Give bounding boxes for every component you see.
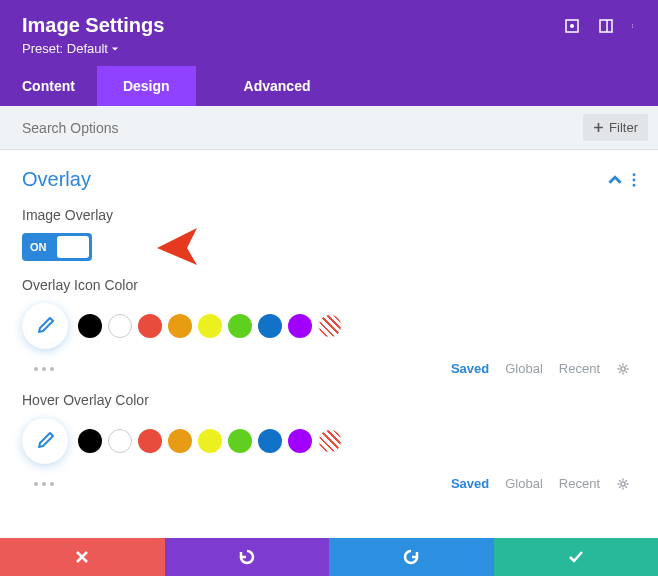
- overlay-icon-color-swatches: [22, 303, 636, 349]
- preset-dropdown[interactable]: Preset: Default: [22, 41, 164, 56]
- header-left: Image Settings Preset: Default: [22, 14, 164, 56]
- toggle-on-text: ON: [30, 241, 47, 253]
- palette-tabs: Saved Global Recent: [451, 476, 630, 491]
- chevron-up-icon[interactable]: [608, 173, 622, 187]
- palette-saved[interactable]: Saved: [451, 476, 489, 491]
- eyedropper-icon: [35, 316, 55, 336]
- overlay-icon-color-label: Overlay Icon Color: [22, 277, 636, 293]
- save-button[interactable]: [494, 538, 659, 576]
- swatch-white[interactable]: [108, 314, 132, 338]
- filter-label: Filter: [609, 120, 638, 135]
- swatch-black[interactable]: [78, 314, 102, 338]
- overlay-icon-color-meta: Saved Global Recent: [22, 361, 636, 376]
- more-swatches-icon[interactable]: [34, 367, 54, 371]
- hover-overlay-color-meta: Saved Global Recent: [22, 476, 636, 491]
- swatch-orange[interactable]: [168, 314, 192, 338]
- svg-point-9: [633, 183, 636, 186]
- tab-content[interactable]: Content: [0, 66, 97, 106]
- plus-icon: [593, 122, 604, 133]
- svg-rect-2: [600, 20, 612, 32]
- color-picker-button[interactable]: [22, 418, 68, 464]
- palette-recent[interactable]: Recent: [559, 476, 600, 491]
- eyedropper-icon: [35, 431, 55, 451]
- modal-footer: [0, 538, 658, 576]
- header-actions: [564, 18, 636, 34]
- image-overlay-toggle[interactable]: ON: [22, 233, 92, 261]
- swatch-red[interactable]: [138, 314, 162, 338]
- swatch-none[interactable]: [318, 429, 342, 453]
- swatch-yellow[interactable]: [198, 314, 222, 338]
- gear-icon[interactable]: [616, 477, 630, 491]
- kebab-icon[interactable]: [632, 173, 636, 187]
- hover-overlay-color-label: Hover Overlay Color: [22, 392, 636, 408]
- palette-global[interactable]: Global: [505, 361, 543, 376]
- swatch-none[interactable]: [318, 314, 342, 338]
- color-picker-button[interactable]: [22, 303, 68, 349]
- caret-down-icon: [111, 45, 119, 53]
- kebab-icon[interactable]: [632, 18, 636, 34]
- tab-bar: Content Design Advanced: [0, 66, 658, 106]
- swatch-purple[interactable]: [288, 314, 312, 338]
- modal-header: Image Settings Preset: Default: [0, 0, 658, 66]
- svg-point-4: [632, 24, 633, 25]
- svg-point-10: [621, 366, 625, 370]
- section-actions: [608, 173, 636, 187]
- tab-advanced[interactable]: Advanced: [196, 66, 333, 106]
- cancel-button[interactable]: [0, 538, 165, 576]
- swatch-purple[interactable]: [288, 429, 312, 453]
- pointer-arrow-icon: [147, 223, 207, 269]
- palette-global[interactable]: Global: [505, 476, 543, 491]
- close-icon: [74, 549, 90, 565]
- tab-design[interactable]: Design: [97, 66, 196, 106]
- section-header: Overlay: [22, 168, 636, 191]
- svg-point-6: [632, 27, 633, 28]
- svg-point-8: [633, 178, 636, 181]
- swatch-blue[interactable]: [258, 314, 282, 338]
- swatch-red[interactable]: [138, 429, 162, 453]
- svg-point-7: [633, 173, 636, 176]
- more-swatches-icon[interactable]: [34, 482, 54, 486]
- undo-icon: [238, 548, 256, 566]
- svg-point-11: [621, 481, 625, 485]
- swatch-blue[interactable]: [258, 429, 282, 453]
- image-overlay-label: Image Overlay: [22, 207, 636, 223]
- modal-title: Image Settings: [22, 14, 164, 37]
- palette-tabs: Saved Global Recent: [451, 361, 630, 376]
- swatch-black[interactable]: [78, 429, 102, 453]
- swatch-green[interactable]: [228, 429, 252, 453]
- undo-button[interactable]: [165, 538, 330, 576]
- redo-icon: [402, 548, 420, 566]
- panel-icon[interactable]: [598, 18, 614, 34]
- check-icon: [567, 548, 585, 566]
- palette-saved[interactable]: Saved: [451, 361, 489, 376]
- section-title: Overlay: [22, 168, 91, 191]
- search-bar: Filter: [0, 106, 658, 150]
- toggle-knob: [57, 236, 89, 258]
- swatch-yellow[interactable]: [198, 429, 222, 453]
- gear-icon[interactable]: [616, 362, 630, 376]
- swatch-white[interactable]: [108, 429, 132, 453]
- svg-point-1: [570, 24, 574, 28]
- svg-point-5: [632, 26, 633, 27]
- panel-content: Overlay Image Overlay ON Overlay Icon Co…: [0, 150, 658, 509]
- portability-icon[interactable]: [564, 18, 580, 34]
- search-input[interactable]: [22, 120, 583, 136]
- palette-recent[interactable]: Recent: [559, 361, 600, 376]
- swatch-orange[interactable]: [168, 429, 192, 453]
- redo-button[interactable]: [329, 538, 494, 576]
- swatch-green[interactable]: [228, 314, 252, 338]
- preset-label: Preset: Default: [22, 41, 108, 56]
- hover-overlay-color-swatches: [22, 418, 636, 464]
- filter-button[interactable]: Filter: [583, 114, 648, 141]
